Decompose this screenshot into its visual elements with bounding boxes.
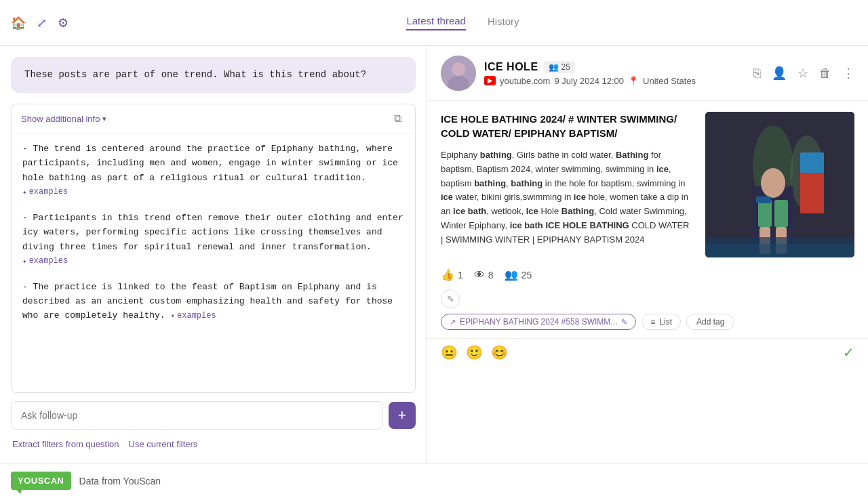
desc-bold-1: bathing <box>480 150 512 160</box>
left-panel: These posts are part of one trend. What … <box>0 46 427 463</box>
examples-link-1[interactable]: ✦examples <box>22 186 68 199</box>
likes-count: 1 <box>458 270 463 281</box>
post-location: United States <box>643 76 696 86</box>
svg-rect-13 <box>756 196 771 203</box>
para-1-text: - The trend is centered around the pract… <box>22 144 398 183</box>
examples-link-3[interactable]: ✦examples <box>170 310 216 323</box>
followup-input[interactable] <box>11 401 383 430</box>
tag-edit-icon: ✎ <box>621 318 627 327</box>
list-tag-pill[interactable]: ≡ List <box>642 314 681 330</box>
svg-rect-9 <box>758 200 772 227</box>
confirm-button[interactable]: ✓ <box>843 344 854 360</box>
desc-bold-5: bathing <box>511 178 542 188</box>
post-thumbnail <box>705 112 854 257</box>
followup-area: + <box>11 401 416 430</box>
tag-trend-icon: ↗ <box>450 318 456 327</box>
right-panel: ICE HOLE 👥 25 ▶ youtube.com 9 July 2024 … <box>427 46 868 463</box>
post-tags-area: ✎ ↗ EPIPHANY BATHING 2024 #558 SWIMM... … <box>427 289 868 338</box>
youscan-badge: YOUSCAN <box>11 472 71 490</box>
user-icon[interactable]: 👤 <box>772 66 787 81</box>
desc-bold-7: ice <box>574 192 586 202</box>
share-icon[interactable]: ⎘ <box>753 66 761 81</box>
answer-box: Show additional info ▾ ⧉ - The trend is … <box>11 104 416 393</box>
tab-history[interactable]: History <box>488 16 519 30</box>
svg-point-1 <box>452 62 465 76</box>
followers-stat: 👥 25 <box>505 268 532 281</box>
home-icon[interactable]: 🏠 <box>11 16 26 30</box>
desc-text: Epiphany <box>441 150 480 160</box>
star-icon[interactable]: ☆ <box>797 66 808 81</box>
nav-icons: 🏠 ⤢ ⚙ <box>11 16 68 30</box>
follower-count: 25 <box>561 62 570 72</box>
answer-content: - The trend is centered around the pract… <box>12 133 415 392</box>
add-followup-button[interactable]: + <box>389 402 416 429</box>
star-icon-2: ✦ <box>22 255 27 268</box>
copy-button[interactable]: ⧉ <box>390 111 406 126</box>
post-header: ICE HOLE 👥 25 ▶ youtube.com 9 July 2024 … <box>427 46 868 101</box>
filter-actions: Extract filters from question Use curren… <box>11 436 416 452</box>
desc-bold-9: Ice <box>526 206 538 216</box>
settings-icon[interactable]: ⚙ <box>58 16 68 30</box>
desc-bold-2: Bathing <box>616 150 648 160</box>
sentiment-very-happy-icon[interactable]: 😊 <box>491 344 508 360</box>
avatar <box>441 56 476 91</box>
youtube-icon: ▶ <box>484 76 496 85</box>
people-icon: 👥 <box>549 62 559 72</box>
desc-bold-4: bathing <box>474 178 506 188</box>
expand-icon[interactable]: ⤢ <box>37 16 47 30</box>
follower-badge: 👥 25 <box>544 61 575 73</box>
svg-rect-10 <box>774 200 788 227</box>
views-icon: 👁 <box>474 269 485 281</box>
answer-header: Show additional info ▾ ⧉ <box>12 104 415 133</box>
followers-icon: 👥 <box>505 268 518 281</box>
post-date: 9 July 2024 12:00 <box>554 76 624 86</box>
desc-bold-10: Bathing <box>561 206 594 216</box>
star-icon-1: ✦ <box>22 186 27 199</box>
desc-bold-6: ice <box>441 192 453 202</box>
more-icon[interactable]: ⋮ <box>842 66 854 81</box>
edit-tag-icon[interactable]: ✎ <box>441 289 460 308</box>
top-nav: 🏠 ⤢ ⚙ Latest thread History <box>0 0 868 46</box>
desc-bold-11: ice bath ICE HOLE BATHING <box>510 220 629 230</box>
chevron-down-icon: ▾ <box>102 115 106 123</box>
main-layout: These posts are part of one trend. What … <box>0 46 868 463</box>
post-description: Epiphany bathing, Girls bathe in cold wa… <box>441 148 692 247</box>
examples-label-2: examples <box>29 255 68 268</box>
nav-tabs: Latest thread History <box>406 15 519 30</box>
add-tag-button[interactable]: Add tag <box>686 314 734 330</box>
question-text: These posts are part of one trend. What … <box>24 69 366 80</box>
use-current-filters-button[interactable]: Use current filters <box>127 436 199 452</box>
show-additional-label: Show additional info <box>21 114 100 124</box>
desc-bold-3: ice <box>656 164 669 174</box>
delete-icon[interactable]: 🗑 <box>819 66 831 81</box>
youscan-description: Data from YouScan <box>79 476 161 486</box>
sentiment-happy-icon[interactable]: 🙂 <box>466 344 483 360</box>
svg-rect-15 <box>800 152 824 173</box>
post-text-area: ICE HOLE BATHING 2024/ # WINTER SWIMMING… <box>441 112 692 257</box>
sentiment-neutral-icon[interactable]: 😐 <box>441 344 458 360</box>
answer-para-1: - The trend is centered around the pract… <box>22 142 404 200</box>
views-count: 8 <box>488 270 494 281</box>
followers-count: 25 <box>521 270 532 281</box>
list-tag-text: List <box>659 317 672 327</box>
examples-link-2[interactable]: ✦examples <box>22 255 68 268</box>
post-source: youtube.com <box>500 76 550 86</box>
post-title-row: ICE HOLE 👥 25 <box>484 61 745 73</box>
list-icon: ≡ <box>650 317 655 327</box>
likes-stat: 👍 1 <box>441 268 463 281</box>
post-stats: 👍 1 👁 8 👥 25 <box>427 268 868 289</box>
views-stat: 👁 8 <box>474 269 494 281</box>
star-icon-3: ✦ <box>170 310 175 322</box>
sentiment-row: 😐 🙂 😊 ✓ <box>427 338 868 366</box>
primary-tag-text: EPIPHANY BATHING 2024 #558 SWIMM... <box>460 317 617 327</box>
tab-latest-thread[interactable]: Latest thread <box>406 15 466 30</box>
primary-tag-pill[interactable]: ↗ EPIPHANY BATHING 2024 #558 SWIMM... ✎ <box>441 314 636 330</box>
like-icon: 👍 <box>441 268 454 281</box>
svg-point-8 <box>761 168 785 198</box>
answer-para-2: - Participants in this trend often remov… <box>22 211 404 269</box>
extract-filters-button[interactable]: Extract filters from question <box>11 436 121 452</box>
examples-label-1: examples <box>29 186 68 199</box>
edit-tag-row: ✎ <box>441 289 854 308</box>
show-additional-btn[interactable]: Show additional info ▾ <box>21 114 106 124</box>
post-meta: ICE HOLE 👥 25 ▶ youtube.com 9 July 2024 … <box>484 61 745 86</box>
